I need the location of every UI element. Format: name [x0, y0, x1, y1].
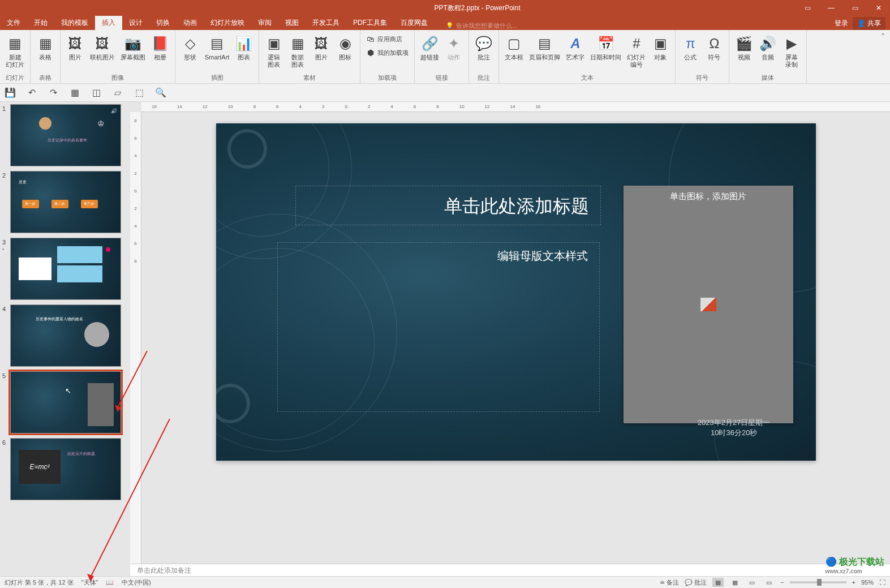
- table-button[interactable]: ▦表格: [34, 33, 57, 62]
- normal-view-button[interactable]: ▦: [712, 578, 724, 587]
- tab-home[interactable]: 开始: [27, 16, 54, 30]
- thumb-slide-3[interactable]: 3*: [2, 238, 128, 300]
- ribbon-options-icon[interactable]: ▭: [796, 0, 819, 16]
- tab-design[interactable]: 设计: [122, 16, 149, 30]
- reading-view-button[interactable]: ▭: [746, 578, 758, 587]
- thumb-slide-2[interactable]: 2 历史 第一步: 第二步: 第三步:: [2, 171, 128, 233]
- tab-developer[interactable]: 开发工具: [306, 16, 346, 30]
- smartart-button[interactable]: ▤SmartArt: [203, 33, 231, 62]
- online-picture-icon: 🖼: [93, 35, 111, 53]
- equation-button[interactable]: π公式: [679, 33, 702, 62]
- zoom-level[interactable]: 95%: [861, 579, 874, 586]
- spellcheck-icon[interactable]: 📖: [106, 579, 114, 586]
- screenshot-icon: 📷: [124, 35, 142, 53]
- object-button[interactable]: ▣对象: [649, 33, 672, 62]
- login-button[interactable]: 登录: [835, 19, 848, 28]
- online-picture-button[interactable]: 🖼联机图片: [88, 33, 117, 62]
- hyperlink-button[interactable]: 🔗超链接: [418, 33, 441, 62]
- tab-templates[interactable]: 我的模板: [54, 16, 95, 30]
- data-chart-icon: ▦: [289, 35, 307, 53]
- symbol-button[interactable]: Ω符号: [703, 33, 725, 62]
- fit-slide-button[interactable]: ⛶: [879, 579, 885, 586]
- redo-button[interactable]: ↷: [48, 87, 59, 98]
- title-placeholder[interactable]: 单击此处添加标题: [295, 186, 601, 225]
- notes-toggle[interactable]: ≐ 备注: [660, 578, 679, 587]
- tab-file[interactable]: 文件: [0, 16, 27, 30]
- tab-transitions[interactable]: 切换: [149, 16, 177, 30]
- pic-asset-button[interactable]: 🖼图片: [310, 33, 333, 62]
- qat-btn-8[interactable]: 🔍: [155, 87, 166, 98]
- restore-icon[interactable]: ▭: [844, 0, 866, 16]
- picture-icon: 🖼: [66, 35, 84, 53]
- logic-chart-button[interactable]: ▣逻辑图表: [263, 33, 285, 70]
- qat-btn-4[interactable]: ▦: [69, 87, 80, 98]
- comment-icon: 💬: [475, 35, 493, 53]
- sorter-view-button[interactable]: ▦: [729, 578, 741, 587]
- data-chart-button[interactable]: ▦数据图表: [286, 33, 309, 70]
- slideshow-view-button[interactable]: ▭: [763, 578, 775, 587]
- slide-thumbnail-panel[interactable]: 1 🔊 ♔ 历史记录中的若名事件 2 历史 第一步: 第二步: 第三步: 3*: [0, 102, 130, 576]
- lang-indicator[interactable]: 中文(中国): [122, 578, 151, 587]
- tellme-input[interactable]: 💡告诉我您想要做什么...: [446, 22, 517, 30]
- audio-icon: 🔊: [759, 35, 777, 53]
- thumb-slide-1[interactable]: 1 🔊 ♔ 历史记录中的若名事件: [2, 104, 128, 166]
- tab-baidu[interactable]: 百度网盘: [394, 16, 435, 30]
- tab-insert[interactable]: 插入: [95, 16, 122, 30]
- share-icon: 👤: [857, 19, 866, 27]
- headerfooter-button[interactable]: ▤页眉和页脚: [527, 33, 562, 62]
- group-text: 文本: [502, 72, 672, 83]
- zoom-slider[interactable]: [790, 581, 846, 583]
- thumb-slide-5[interactable]: 5 ↖: [2, 371, 128, 434]
- thumb-slide-6[interactable]: 6 E=mc² 此处页片的标题: [2, 438, 128, 500]
- audio-button[interactable]: 🔊音频: [756, 33, 779, 62]
- new-slide-button[interactable]: ▦新建幻灯片: [3, 33, 27, 70]
- minimize-icon[interactable]: —: [820, 0, 842, 16]
- screen-record-button[interactable]: ▶屏幕录制: [780, 33, 803, 70]
- action-button[interactable]: ✦动作: [442, 33, 465, 62]
- slide-count-indicator[interactable]: 幻灯片 第 5 张，共 12 张: [5, 578, 74, 587]
- tab-slideshow[interactable]: 幻灯片放映: [204, 16, 251, 30]
- slide-date: 2023年2月27日星期一 10时36分20秒: [698, 418, 771, 438]
- thumb-slide-4[interactable]: 4 历史事件的重要人物的姓名: [2, 304, 128, 367]
- share-button[interactable]: 👤 共享: [853, 17, 885, 30]
- tab-view[interactable]: 视图: [278, 16, 306, 30]
- window-title: PPT教程2.pptx - PowerPoint: [158, 3, 796, 13]
- qat-btn-6[interactable]: ▱: [112, 87, 123, 98]
- tab-pdftools[interactable]: PDF工具集: [346, 16, 394, 30]
- picture-placeholder[interactable]: 单击图标，添加图片: [624, 186, 793, 423]
- wordart-button[interactable]: A艺术字: [564, 33, 587, 62]
- comments-toggle[interactable]: 💬 批注: [685, 578, 707, 587]
- textbox-button[interactable]: ▢文本框: [502, 33, 526, 62]
- my-addins-button[interactable]: ⬢我的加载项: [364, 47, 411, 59]
- slideno-button[interactable]: #幻灯片编号: [625, 33, 648, 70]
- undo-button[interactable]: ↶: [26, 87, 37, 98]
- picture-button[interactable]: 🖼图片: [64, 33, 87, 62]
- screen-record-icon: ▶: [782, 35, 801, 53]
- cursor-icon: ↖: [65, 387, 71, 395]
- notes-pane[interactable]: 单击此处添加备注: [130, 564, 890, 576]
- save-button[interactable]: 💾: [5, 87, 16, 98]
- shapes-button[interactable]: ◇形状: [179, 33, 201, 62]
- group-symbols: 符号: [679, 72, 725, 83]
- body-placeholder[interactable]: 编辑母版文本样式: [277, 242, 600, 412]
- qat-btn-7[interactable]: ⬚: [134, 87, 145, 98]
- screenshot-button[interactable]: 📷屏幕截图: [118, 33, 148, 62]
- comment-button[interactable]: 💬批注: [472, 33, 495, 62]
- ribbon-insert: ▦新建幻灯片 幻灯片 ▦表格 表格 🖼图片 🖼联机图片 📷屏幕截图 📕相册 图像…: [0, 30, 890, 84]
- tab-animations[interactable]: 动画: [177, 16, 204, 30]
- datetime-button[interactable]: 📅日期和时间: [588, 33, 624, 62]
- close-icon[interactable]: ✕: [867, 0, 890, 16]
- video-button[interactable]: 🎬视频: [733, 33, 755, 62]
- image-icon[interactable]: [700, 298, 716, 311]
- zoom-in-button[interactable]: +: [852, 579, 855, 586]
- store-button[interactable]: 🛍应用商店: [364, 33, 411, 46]
- icon-asset-button[interactable]: ◉图标: [334, 33, 356, 62]
- collapse-ribbon-icon[interactable]: ⌃: [876, 30, 890, 83]
- chart-button[interactable]: 📊图表: [233, 33, 255, 62]
- logic-chart-icon: ▣: [265, 35, 283, 53]
- slide-editor[interactable]: 单击此处添加标题 编辑母版文本样式 单击图标，添加图片 2023年2月27日星期…: [216, 123, 816, 461]
- zoom-out-button[interactable]: −: [780, 579, 784, 586]
- tab-review[interactable]: 审阅: [251, 16, 278, 30]
- album-button[interactable]: 📕相册: [149, 33, 171, 62]
- qat-btn-5[interactable]: ◫: [91, 87, 102, 98]
